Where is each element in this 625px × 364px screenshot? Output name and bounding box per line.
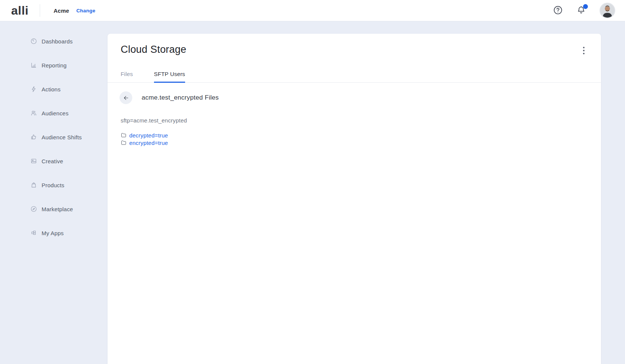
sidebar-item-actions[interactable]: Actions — [0, 77, 108, 101]
sidebar-item-dashboards[interactable]: Dashboards — [0, 29, 108, 53]
card-header: Cloud Storage — [108, 34, 601, 57]
people-icon — [30, 110, 37, 116]
sftp-path-label: sftp=acme.test_encrypted — [121, 117, 588, 124]
page-title: Cloud Storage — [121, 44, 186, 55]
sidebar-item-products[interactable]: Products — [0, 173, 108, 197]
image-icon — [30, 158, 37, 164]
account-name: Acme — [54, 7, 69, 14]
sidebar-item-label: Products — [42, 182, 64, 188]
header-divider — [40, 4, 40, 17]
kebab-menu-icon — [583, 47, 585, 54]
notification-badge — [583, 4, 588, 9]
help-icon — [553, 5, 563, 16]
sidebar-item-label: Creative — [42, 158, 63, 164]
sidebar-item-label: My Apps — [42, 230, 64, 236]
notifications-button[interactable] — [576, 6, 586, 15]
header-actions — [553, 3, 625, 18]
bar-chart-icon — [30, 62, 37, 69]
sidebar-item-label: Marketplace — [42, 206, 73, 212]
folder-list: decrypted=true encrypted=true — [121, 131, 588, 146]
gauge-icon — [30, 38, 37, 45]
compass-icon — [30, 206, 37, 212]
sftp-user-files-heading: acme.test_encrypted Files — [142, 94, 219, 101]
folder-link-decrypted[interactable]: decrypted=true — [129, 132, 168, 139]
folder-row: decrypted=true — [121, 131, 588, 139]
folder-icon — [121, 140, 127, 146]
sidebar-item-audiences[interactable]: Audiences — [0, 101, 108, 125]
tab-files[interactable]: Files — [121, 71, 133, 83]
sidebar-item-label: Dashboards — [42, 38, 73, 45]
sidebar-item-marketplace[interactable]: Marketplace — [0, 197, 108, 221]
apps-grid-icon — [30, 230, 37, 236]
back-button[interactable] — [120, 91, 132, 104]
sidebar-item-label: Reporting — [42, 62, 67, 69]
sidebar-item-label: Actions — [42, 86, 61, 92]
sidebar-item-creative[interactable]: Creative — [0, 149, 108, 173]
tab-sftp-users[interactable]: SFTP Users — [154, 71, 185, 83]
folder-icon — [121, 132, 127, 138]
sidebar-item-my-apps[interactable]: My Apps — [0, 221, 108, 245]
shopping-bag-icon — [30, 182, 37, 188]
app-logo[interactable]: alli — [0, 4, 40, 16]
sidebar: Dashboards Reporting Actions Audiences — [0, 21, 108, 364]
sidebar-item-label: Audience Shifts — [42, 134, 82, 140]
change-account-link[interactable]: Change — [76, 8, 96, 13]
avatar[interactable] — [600, 3, 615, 18]
sftp-user-detail: acme.test_encrypted Files sftp=acme.test… — [108, 83, 601, 146]
arrow-left-icon — [123, 95, 129, 101]
top-header: alli Acme Change — [0, 0, 625, 21]
cloud-storage-card: Cloud Storage Files SFTP Users acme.test… — [108, 34, 601, 364]
sidebar-item-reporting[interactable]: Reporting — [0, 53, 108, 77]
folder-link-encrypted[interactable]: encrypted=true — [129, 140, 168, 146]
folder-row: encrypted=true — [121, 139, 588, 146]
lightning-icon — [30, 86, 37, 92]
help-button[interactable] — [553, 6, 563, 15]
sidebar-item-label: Audiences — [42, 110, 69, 116]
sidebar-item-audience-shifts[interactable]: Audience Shifts — [0, 125, 108, 149]
thumbs-up-icon — [30, 134, 37, 140]
kebab-menu-button[interactable] — [581, 45, 587, 57]
detail-heading-row: acme.test_encrypted Files — [120, 91, 588, 104]
tab-bar: Files SFTP Users — [108, 71, 601, 83]
